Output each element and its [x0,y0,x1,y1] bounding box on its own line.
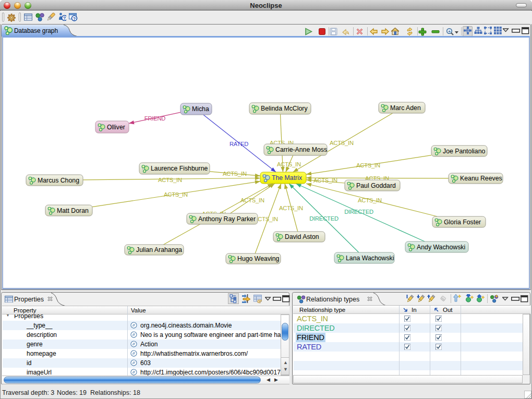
svg-text:ACTS_IN: ACTS_IN [279,205,303,211]
svg-text:Gloria Foster: Gloria Foster [444,219,481,226]
svg-text:The Matrix: The Matrix [272,174,303,182]
svg-text:Marc Aden: Marc Aden [390,104,421,112]
svg-text:Hugo Weaving: Hugo Weaving [237,255,280,262]
svg-text:ACTS_IN: ACTS_IN [330,140,354,146]
svg-text:RATED: RATED [229,141,248,147]
svg-text:ACTS_IN: ACTS_IN [158,177,182,183]
svg-text:+: + [448,29,451,34]
svg-text:FRIEND: FRIEND [144,115,166,122]
svg-text:ACTS_IN: ACTS_IN [164,191,188,198]
svg-text:?: ? [63,15,66,21]
svg-text:Olliver: Olliver [107,124,125,131]
svg-text:Keanu Reeves: Keanu Reeves [460,175,502,182]
svg-text:ACTS_IN: ACTS_IN [313,177,337,184]
svg-text:ACTS_IN: ACTS_IN [356,162,380,168]
svg-text:Paul Goddard: Paul Goddard [356,182,396,189]
svg-text:ACTS_IN: ACTS_IN [358,197,382,203]
svg-text:Anthony Ray Parker: Anthony Ray Parker [198,215,256,223]
svg-text:?: ? [73,16,76,21]
svg-text:Andy Wachowski: Andy Wachowski [417,244,465,251]
svg-text:Carrie-Anne Moss: Carrie-Anne Moss [275,146,327,153]
svg-text:Marcus Chong: Marcus Chong [38,177,79,184]
svg-text:Matt Doran: Matt Doran [57,207,89,214]
svg-text:ACTS_IN: ACTS_IN [277,161,301,167]
svg-text:DIRECTED: DIRECTED [344,209,373,215]
svg-text:Joe Pantoliano: Joe Pantoliano [443,148,486,155]
svg-text:Belinda McClory: Belinda McClory [261,105,308,112]
svg-text:Micha: Micha [192,105,209,113]
svg-text:ACTS_IN: ACTS_IN [240,197,264,203]
svg-text:DIRECTED: DIRECTED [309,215,338,222]
svg-text:David Aston: David Aston [285,233,319,240]
svg-text:Lana Wachowski: Lana Wachowski [346,255,394,262]
svg-text:Julian Arahanga: Julian Arahanga [136,246,182,253]
svg-text:ACTS_IN: ACTS_IN [223,171,247,177]
svg-text:Laurence Fishburne: Laurence Fishburne [151,165,208,172]
